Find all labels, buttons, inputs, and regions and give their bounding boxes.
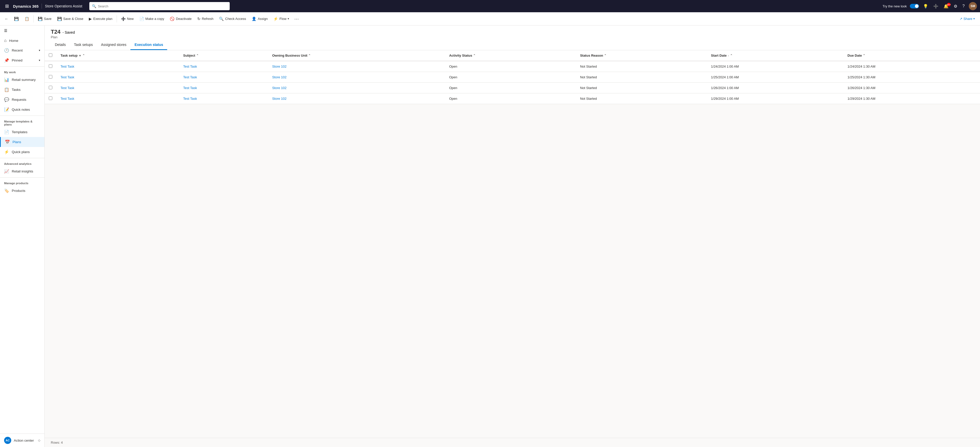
sidebar-item-quick-notes-label: Quick notes [12, 108, 30, 111]
settings-gear-icon[interactable]: ⚙ [953, 3, 958, 10]
row-subject: Test Task [179, 83, 268, 93]
tab-task-setups[interactable]: Task setups [70, 40, 97, 50]
owning-bu-link[interactable]: Store 102 [272, 75, 286, 79]
subject-link[interactable]: Test Task [183, 97, 197, 100]
user-avatar[interactable]: SM [969, 2, 977, 10]
more-options-button[interactable]: ⋯ [292, 15, 301, 23]
row-checkbox-cell[interactable] [45, 72, 56, 83]
save-close-button[interactable]: 💾 Save & Close [55, 15, 86, 23]
add-icon[interactable]: ➕ [932, 3, 939, 10]
share-button[interactable]: ↗ Share ▾ [956, 15, 978, 22]
task-setup-link[interactable]: Test Task [60, 75, 74, 79]
make-copy-button[interactable]: 📄 Make a copy [137, 15, 167, 23]
task-setup-link[interactable]: Test Task [60, 86, 74, 90]
col-start-date[interactable]: Start Date ↑ ⌃ [707, 50, 843, 61]
col-status-reason[interactable]: Status Reason ⌃ [576, 50, 707, 61]
row-due-date: 1/24/2024 1:30 AM [843, 61, 980, 72]
tab-details[interactable]: Details [51, 40, 70, 50]
owning-bu-link[interactable]: Store 102 [272, 97, 286, 100]
status-reason-sort-icon: ⌃ [604, 54, 606, 57]
col-due-date[interactable]: Due Date ⌃ [843, 50, 980, 61]
row-due-date: 1/29/2024 1:30 AM [843, 93, 980, 104]
row-start-date: 1/24/2024 1:00 AM [707, 61, 843, 72]
sidebar-hamburger[interactable]: ☰ [0, 25, 45, 36]
sidebar-divider-3 [0, 158, 45, 158]
manage-section-header: Manage templates & plans [0, 117, 45, 127]
tab-assigned-stores[interactable]: Assigned stores [97, 40, 130, 50]
action-center-avatar: AC [4, 437, 11, 444]
sidebar-item-recent[interactable]: 🕐 Recent ▾ [0, 45, 45, 56]
sidebar-item-action-center[interactable]: AC Action center ◇ [0, 434, 45, 447]
task-setup-link[interactable]: Test Task [60, 65, 74, 68]
toolbar-right: ↗ Share ▾ [956, 15, 978, 22]
row-checkbox[interactable] [49, 97, 52, 100]
sidebar-item-plans[interactable]: 📅 Plans [0, 137, 45, 147]
execute-plan-button[interactable]: ▶ Execute plan [86, 15, 115, 23]
tab-execution-status[interactable]: Execution status [130, 40, 167, 50]
subject-link[interactable]: Test Task [183, 86, 197, 90]
row-start-date: 1/26/2024 1:00 AM [707, 83, 843, 93]
notification-badge: 99+ [947, 3, 951, 6]
sidebar-item-retail-insights-label: Retail insights [12, 169, 33, 173]
select-all-checkbox[interactable] [49, 53, 52, 57]
record-header: T24 - Saved Plan [45, 25, 980, 40]
help-icon[interactable]: ? [961, 3, 966, 10]
sidebar-item-products[interactable]: 🏷️ Products [0, 186, 45, 196]
sidebar-item-retail-summary[interactable]: 📊 Retail summary [0, 75, 45, 85]
lightbulb-icon[interactable]: 💡 [922, 3, 929, 10]
copy-icon: 📄 [139, 17, 144, 21]
row-checkbox[interactable] [49, 64, 52, 68]
sidebar-item-tasks-label: Tasks [12, 88, 21, 92]
back-button[interactable]: ← [2, 15, 11, 22]
row-checkbox[interactable] [49, 86, 52, 89]
owning-bu-link[interactable]: Store 102 [272, 86, 286, 90]
task-setup-link[interactable]: Test Task [60, 97, 74, 100]
try-new-look-toggle[interactable] [910, 4, 919, 8]
select-all-checkbox-col[interactable] [45, 50, 56, 61]
record-title: T24 [51, 29, 60, 35]
save-as-button[interactable]: 💾 [11, 15, 21, 23]
col-subject[interactable]: Subject ⌃ [179, 50, 268, 61]
row-checkbox-cell[interactable] [45, 61, 56, 72]
sidebar-item-templates[interactable]: 📄 Templates [0, 127, 45, 137]
sidebar-item-plans-label: Plans [13, 140, 21, 144]
sidebar-item-requests[interactable]: 💬 Requests [0, 95, 45, 105]
refresh-button[interactable]: ↻ Refresh [195, 15, 216, 23]
sidebar-item-home[interactable]: ⌂ Home [0, 36, 45, 45]
save-button[interactable]: 💾 Save [35, 15, 54, 23]
assign-button[interactable]: 👤 Assign [249, 15, 270, 23]
tasks-icon: 📋 [4, 87, 9, 92]
sidebar-item-tasks[interactable]: 📋 Tasks [0, 85, 45, 95]
col-owning-business-unit[interactable]: Owning Business Unit ⌃ [268, 50, 445, 61]
sidebar-item-retail-insights[interactable]: 📈 Retail insights [0, 166, 45, 176]
row-checkbox-cell[interactable] [45, 83, 56, 93]
notification-bell[interactable]: 🔔 99+ [942, 4, 950, 9]
task-setup-sort-icon: ⌃ [83, 54, 85, 57]
action-center-label: Action center [14, 439, 34, 442]
subject-link[interactable]: Test Task [183, 75, 197, 79]
search-input[interactable] [98, 4, 227, 8]
top-navigation: ⊞ Dynamics 365 Store Operations Assist 🔍… [0, 0, 980, 12]
app-name: Dynamics 365 [13, 4, 38, 8]
check-access-button[interactable]: 🔍 Check Access [216, 15, 248, 23]
row-checkbox[interactable] [49, 75, 52, 79]
products-section-header: Manage products [0, 178, 45, 186]
clipboard-button[interactable]: 📋 [22, 15, 32, 23]
row-checkbox-cell[interactable] [45, 93, 56, 104]
subject-link[interactable]: Test Task [183, 65, 197, 68]
deactivate-button[interactable]: 🚫 Deactivate [167, 15, 194, 23]
sidebar-item-quick-notes[interactable]: 📝 Quick notes [0, 105, 45, 115]
search-bar[interactable]: 🔍 [89, 2, 230, 10]
sidebar-item-quick-plans[interactable]: ⚡ Quick plans [0, 147, 45, 157]
waffle-menu-icon[interactable]: ⊞ [3, 2, 11, 10]
pinned-icon: 📌 [4, 58, 9, 63]
plans-icon: 📅 [5, 140, 10, 145]
col-activity-status[interactable]: Activity Status ⌃ [445, 50, 576, 61]
flow-button[interactable]: ⚡ Flow ▾ [271, 15, 292, 23]
owning-bu-sort-icon: ⌃ [308, 54, 310, 57]
sidebar-item-pinned[interactable]: 📌 Pinned ▾ [0, 56, 45, 65]
owning-bu-link[interactable]: Store 102 [272, 65, 286, 68]
record-saved-status: - Saved [62, 30, 75, 35]
col-task-setup[interactable]: Task setup ▼ ⌃ [56, 50, 179, 61]
new-button[interactable]: ➕ New [118, 15, 136, 23]
